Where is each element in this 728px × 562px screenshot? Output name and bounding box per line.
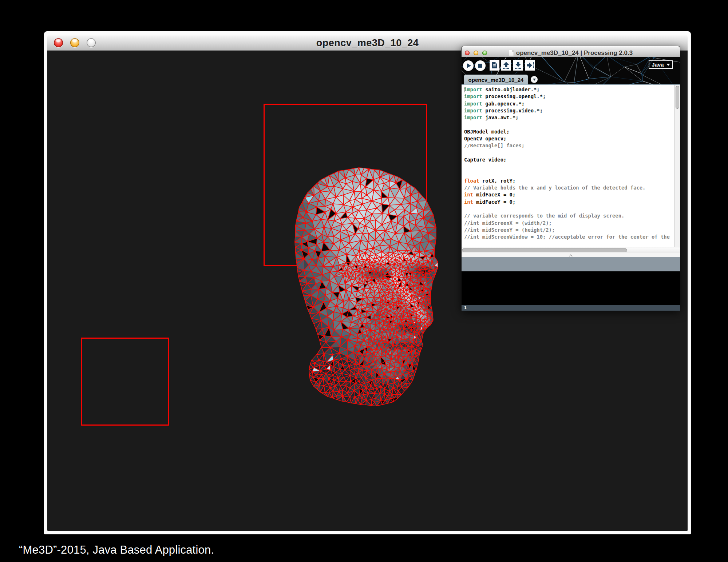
code-line: import processing.opengl.*; xyxy=(464,93,674,100)
save-sketch-button[interactable] xyxy=(513,60,523,71)
horizontal-scrollbar[interactable] xyxy=(462,247,680,253)
vertical-scrollbar-thumb[interactable] xyxy=(676,86,679,109)
ide-titlebar-content: opencv_me3D_10_24 | Processing 2.0.3 xyxy=(462,49,680,57)
code-line: //int midScreenWindow = 10; //acceptable… xyxy=(464,234,674,240)
code-line xyxy=(464,150,674,156)
code-line xyxy=(464,121,674,128)
code-line: float rotX, rotY; xyxy=(464,178,674,184)
code-line xyxy=(464,206,674,212)
mode-label: Java xyxy=(652,61,664,68)
mode-selector[interactable]: Java xyxy=(649,60,673,69)
ide-toolbar-zone: Java opencv_me3D_10_24 xyxy=(462,57,680,84)
code-line: //int midScreenY = (height/2); xyxy=(464,227,674,234)
ide-titlebar[interactable]: opencv_me3D_10_24 | Processing 2.0.3 xyxy=(462,46,680,57)
horizontal-scrollbar-thumb[interactable] xyxy=(462,248,627,252)
tab-menu-button[interactable] xyxy=(531,76,538,83)
code-line xyxy=(464,171,674,178)
code-line: //Rectangle[] faces; xyxy=(464,142,674,149)
code-line: OBJModel model; xyxy=(464,128,674,135)
code-line: import saito.objloader.*; xyxy=(464,86,674,93)
tab-menu-arrow-icon xyxy=(533,79,536,81)
code-line: import processing.video.*; xyxy=(464,107,674,114)
code-line: // variable corresponds to the mid of di… xyxy=(464,212,674,219)
open-icon xyxy=(501,60,511,71)
play-icon xyxy=(463,60,474,71)
new-sketch-button[interactable] xyxy=(490,60,499,71)
code-line: //int midScreenX = (width/2); xyxy=(464,220,674,227)
save-icon xyxy=(513,60,523,71)
code-line: import gab.opencv.*; xyxy=(464,100,674,107)
document-icon xyxy=(509,50,514,56)
code-editor[interactable]: import saito.objloader.*;import processi… xyxy=(462,84,680,247)
line-number-indicator: 1 xyxy=(464,305,467,310)
collapse-chevron-icon xyxy=(569,254,573,256)
caption-text: “Me3D”-2015, Java Based Application. xyxy=(19,543,214,557)
code-line: OpenCV opencv; xyxy=(464,135,674,142)
processing-ide-window: opencv_me3D_10_24 | Processing 2.0.3 xyxy=(462,46,680,310)
code-line: int midFaceX = 0; xyxy=(464,191,674,198)
new-sketch-icon xyxy=(490,60,499,71)
open-sketch-button[interactable] xyxy=(501,60,511,71)
code-line: // Variable holds the x and y location o… xyxy=(464,184,674,191)
vertical-scrollbar[interactable] xyxy=(674,85,680,247)
code-line: import java.awt.*; xyxy=(464,114,674,121)
export-icon xyxy=(525,60,535,71)
stage: opencv_me3D_10_24 opencv_me3D_10_24 | Pr… xyxy=(0,0,728,562)
tab-opencv-me3d[interactable]: opencv_me3D_10_24 xyxy=(464,75,528,84)
wireframe-head-model xyxy=(286,162,448,424)
code-line xyxy=(464,163,674,170)
run-button[interactable] xyxy=(463,60,474,71)
ide-tabrow: opencv_me3D_10_24 xyxy=(462,75,680,84)
editor-status-bar: 1 xyxy=(462,305,680,311)
code-line: Capture video; xyxy=(464,156,674,163)
ide-toolbar: Java xyxy=(462,57,680,75)
ide-window-title: opencv_me3D_10_24 | Processing 2.0.3 xyxy=(516,49,633,57)
face-detection-box-2 xyxy=(81,338,169,426)
stop-icon xyxy=(475,60,486,71)
code-line: int midFaceY = 0; xyxy=(464,199,674,206)
mode-dropdown-arrow-icon xyxy=(666,64,670,66)
message-bar xyxy=(462,257,680,271)
stop-button[interactable] xyxy=(475,60,486,71)
console-output xyxy=(462,271,680,305)
console-divider[interactable] xyxy=(462,253,680,257)
code-lines: import saito.objloader.*;import processi… xyxy=(464,86,674,241)
export-application-button[interactable] xyxy=(525,60,535,71)
